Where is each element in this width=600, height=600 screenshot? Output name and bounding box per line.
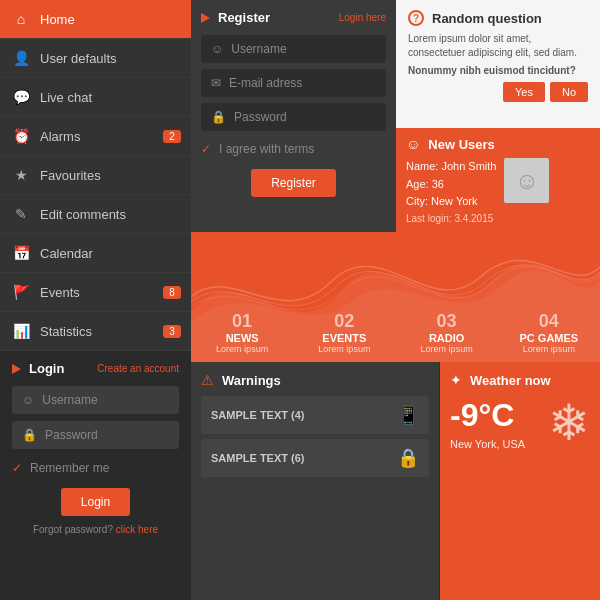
- weather-temp-group: -9°C New York, USA: [450, 397, 525, 450]
- warning-text: SAMPLE TEXT (4): [211, 409, 305, 421]
- reg-user-icon: ☺: [211, 42, 223, 56]
- create-account-link[interactable]: Create an account: [97, 363, 179, 374]
- calendar-icon: 📅: [12, 244, 30, 262]
- rq-buttons: Yes No: [408, 82, 588, 102]
- wave-label-events: 02 EVENTS Lorem ipsum: [293, 311, 395, 354]
- edit-icon: ✎: [12, 205, 30, 223]
- user-icon: 👤: [12, 49, 30, 67]
- wave-label-radio: 03 RADIO Lorem ipsum: [396, 311, 498, 354]
- rq-question: Nonummy nibh euismod tincidunt?: [408, 65, 588, 76]
- sidebar-item-label: Statistics: [40, 324, 92, 339]
- login-username-placeholder: Username: [42, 393, 97, 407]
- play-icon: [12, 364, 21, 374]
- register-header: Register Login here: [201, 10, 386, 25]
- forgot-text: Forgot password?: [33, 524, 113, 535]
- sidebar-item-label: Live chat: [40, 90, 92, 105]
- warnings-header: ⚠ Warnings: [201, 372, 429, 388]
- register-email-field[interactable]: ✉ E-mail adress: [201, 69, 386, 97]
- sidebar-item-user-defaults[interactable]: 👤 User defaults: [0, 39, 191, 78]
- yes-button[interactable]: Yes: [503, 82, 545, 102]
- sun-icon: ✦: [450, 372, 462, 388]
- register-play-icon: [201, 13, 210, 23]
- badge: 8: [163, 286, 181, 299]
- register-title-text: Register: [218, 10, 270, 25]
- warning-text: SAMPLE TEXT (6): [211, 452, 305, 464]
- login-password-field[interactable]: 🔒 Password: [12, 421, 179, 449]
- sidebar-item-label: Events: [40, 285, 80, 300]
- remember-row[interactable]: ✓ Remember me: [12, 456, 179, 480]
- nu-header: ☺ New Users: [406, 136, 590, 152]
- wave-label-num: 01: [191, 311, 293, 332]
- events-icon: 🚩: [12, 283, 30, 301]
- weather-temperature: -9°C: [450, 397, 525, 434]
- weather-panel: ✦ Weather now -9°C New York, USA ❄: [440, 362, 600, 600]
- reg-username-placeholder: Username: [231, 42, 286, 56]
- badge: 2: [163, 130, 181, 143]
- login-panel: Login Create an account ☺ Username 🔒 Pas…: [0, 351, 191, 600]
- rq-title: Random question: [432, 11, 542, 26]
- reg-password-placeholder: Password: [234, 110, 287, 124]
- register-password-field[interactable]: 🔒 Password: [201, 103, 386, 131]
- warning-item: SAMPLE TEXT (4) 📱: [201, 396, 429, 434]
- sidebar-item-events[interactable]: 🚩 Events 8: [0, 273, 191, 312]
- snowflake-icon: ❄: [548, 394, 590, 452]
- login-username-field[interactable]: ☺ Username: [12, 386, 179, 414]
- weather-content: -9°C New York, USA ❄: [450, 394, 590, 452]
- register-username-field[interactable]: ☺ Username: [201, 35, 386, 63]
- register-button[interactable]: Register: [251, 169, 336, 197]
- forgot-row: Forgot password? click here: [12, 524, 179, 535]
- sidebar-item-label: Edit comments: [40, 207, 126, 222]
- nu-user-icon: ☺: [406, 136, 420, 152]
- remember-label: Remember me: [30, 461, 109, 475]
- no-button[interactable]: No: [550, 82, 588, 102]
- wave-label-num: 02: [293, 311, 395, 332]
- wave-label-sub: Lorem ipsum: [293, 344, 395, 354]
- sidebar-item-label: Alarms: [40, 129, 80, 144]
- agree-label: I agree with terms: [219, 142, 314, 156]
- sidebar-item-label: Favourites: [40, 168, 101, 183]
- login-button[interactable]: Login: [61, 488, 130, 516]
- sidebar-item-edit-comments[interactable]: ✎ Edit comments: [0, 195, 191, 234]
- sidebar: ⌂ Home 👤 User defaults 💬 Live chat ⏰ Ala…: [0, 0, 191, 600]
- weather-title: Weather now: [470, 373, 551, 388]
- nu-info: Name: John Smith Age: 36 City: New York …: [406, 158, 496, 224]
- login-here-link[interactable]: Login here: [339, 12, 386, 23]
- login-title-text: Login: [29, 361, 64, 376]
- register-panel: Register Login here ☺ Username ✉ E-mail …: [191, 0, 396, 232]
- sidebar-item-label: Home: [40, 12, 75, 27]
- sidebar-item-live-chat[interactable]: 💬 Live chat: [0, 78, 191, 117]
- forgot-click-link[interactable]: click here: [116, 524, 158, 535]
- random-question-panel: ? Random question Lorem ipsum dolor sit …: [396, 0, 600, 128]
- sidebar-item-alarms[interactable]: ⏰ Alarms 2: [0, 117, 191, 156]
- wave-banner: 01 NEWS Lorem ipsum 02 EVENTS Lorem ipsu…: [191, 232, 600, 362]
- sidebar-item-label: Calendar: [40, 246, 93, 261]
- rq-header: ? Random question: [408, 10, 588, 26]
- stats-icon: 📊: [12, 322, 30, 340]
- rq-text: Lorem ipsum dolor sit amet, consectetuer…: [408, 32, 588, 60]
- wave-label-sub: Lorem ipsum: [498, 344, 600, 354]
- reg-email-placeholder: E-mail adress: [229, 76, 302, 90]
- wave-label-title: EVENTS: [293, 332, 395, 344]
- sidebar-item-home[interactable]: ⌂ Home: [0, 0, 191, 39]
- login-password-placeholder: Password: [45, 428, 98, 442]
- nu-last-login: Last login: 3.4.2015: [406, 213, 496, 224]
- wave-label-title: PC GAMES: [498, 332, 600, 344]
- sidebar-item-calendar[interactable]: 📅 Calendar: [0, 234, 191, 273]
- weather-header: ✦ Weather now: [450, 372, 590, 388]
- register-title-group: Register: [201, 10, 270, 25]
- sidebar-item-statistics[interactable]: 📊 Statistics 3: [0, 312, 191, 351]
- wave-label-news: 01 NEWS Lorem ipsum: [191, 311, 293, 354]
- question-icon: ?: [408, 10, 424, 26]
- agree-row[interactable]: ✓ I agree with terms: [201, 137, 386, 161]
- nu-title: New Users: [428, 137, 494, 152]
- wave-label-num: 03: [396, 311, 498, 332]
- top-row: Register Login here ☺ Username ✉ E-mail …: [191, 0, 600, 232]
- bottom-row: ⚠ Warnings SAMPLE TEXT (4) 📱 SAMPLE TEXT…: [191, 362, 600, 600]
- sidebar-item-favourites[interactable]: ★ Favourites: [0, 156, 191, 195]
- lock-icon: 🔒: [22, 428, 37, 442]
- reg-lock-icon: 🔒: [211, 110, 226, 124]
- wave-label-num: 04: [498, 311, 600, 332]
- avatar-icon: ☺: [515, 167, 540, 195]
- new-users-panel: ☺ New Users Name: John Smith Age: 36 Cit…: [396, 128, 600, 232]
- sidebar-nav: ⌂ Home 👤 User defaults 💬 Live chat ⏰ Ala…: [0, 0, 191, 351]
